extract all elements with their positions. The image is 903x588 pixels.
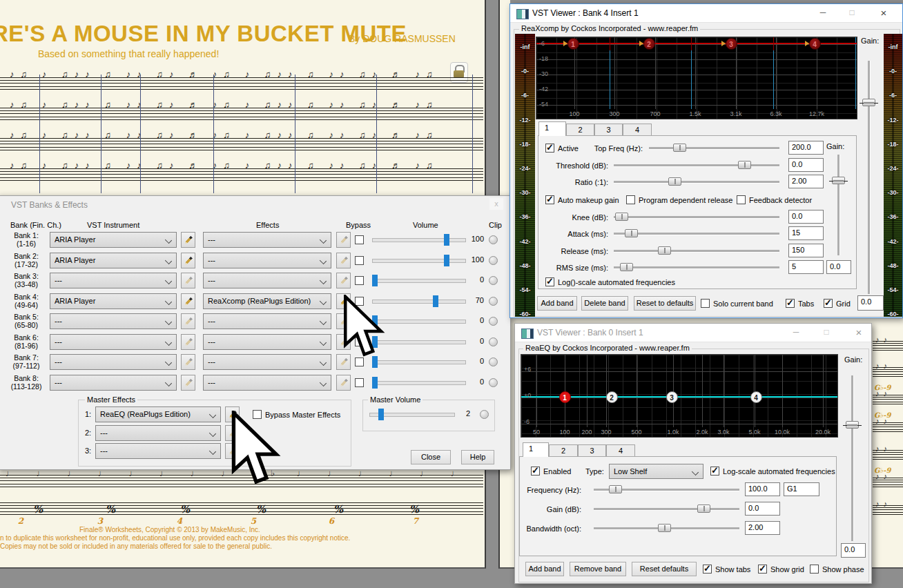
slider-thumb[interactable] [615, 213, 628, 221]
gain-slider[interactable] [594, 508, 739, 511]
edit-instrument-button[interactable] [181, 354, 195, 370]
tab-band-3[interactable]: 3 [594, 124, 623, 136]
remove-band-button[interactable]: Remove band [570, 562, 626, 576]
band-handle-3[interactable]: 3 [726, 38, 737, 50]
bypass-checkbox[interactable] [355, 276, 364, 285]
delete-band-button[interactable]: Delete band [581, 296, 628, 311]
wet-gain-value[interactable]: 0.0 [857, 295, 884, 311]
threshold-value[interactable]: 0.0 [788, 158, 824, 172]
eq-graph[interactable]: 1 2 3 4 +6+0-6 501002003005001.0k2.0k3.0… [521, 354, 838, 438]
gain-value[interactable]: 0.0 [745, 502, 780, 516]
slider-thumb[interactable] [738, 161, 751, 169]
band-handle-1[interactable]: 1 [559, 391, 571, 403]
rms-size-value[interactable]: 5 [788, 260, 824, 274]
band-handle-2[interactable]: 2 [606, 391, 618, 403]
tab-band-2[interactable]: 2 [566, 124, 594, 136]
show-grid-checkbox[interactable] [758, 565, 767, 574]
frequency-slider[interactable] [594, 489, 739, 491]
master-effect-select-1[interactable]: ReaEQ (ReaPlugs Edition) [95, 406, 221, 422]
attack-slider[interactable] [614, 233, 779, 235]
edit-instrument-button[interactable] [181, 313, 195, 329]
titlebar[interactable]: VST Viewer : Bank 4 Insert 1 ─ □ × [510, 4, 902, 23]
instrument-select[interactable]: ARIA Player [50, 293, 177, 309]
log-scale-checkbox[interactable] [710, 467, 719, 476]
auto-makeup-checkbox[interactable] [545, 195, 554, 204]
effect-select[interactable]: --- [203, 313, 331, 329]
wet-gain-value[interactable]: 0.0 [841, 543, 866, 558]
slider-thumb[interactable] [658, 524, 671, 532]
band-handle-4[interactable]: 4 [750, 391, 762, 403]
band-gain-slider[interactable] [837, 155, 840, 255]
instrument-select[interactable]: ARIA Player [50, 232, 177, 248]
instrument-select[interactable]: --- [50, 313, 177, 329]
tab-band-3[interactable]: 3 [578, 444, 606, 457]
release-value[interactable]: 150 [788, 244, 824, 257]
band-handle-4[interactable]: 4 [809, 38, 821, 50]
show-tabs-checkbox[interactable] [703, 565, 712, 574]
edit-instrument-button[interactable] [181, 334, 195, 350]
tab-band-1[interactable]: 1 [523, 442, 549, 457]
show-phase-checkbox[interactable] [810, 565, 819, 574]
wet-gain-thumb[interactable] [862, 99, 875, 106]
edit-effect-button[interactable] [336, 375, 351, 391]
edit-instrument-button[interactable] [181, 375, 195, 391]
reset-defaults-button[interactable]: Reset defaults [632, 562, 697, 576]
band-gain-value[interactable]: 0.0 [826, 260, 851, 274]
minimize-button[interactable]: ─ [786, 325, 806, 340]
bypass-checkbox[interactable] [355, 256, 364, 265]
tab-band-4[interactable]: 4 [606, 444, 635, 457]
rms-size-slider[interactable] [614, 266, 779, 269]
add-band-button[interactable]: Add band [537, 296, 577, 311]
volume-slider-thumb[interactable] [372, 377, 378, 389]
log-scale-checkbox[interactable] [545, 277, 554, 286]
enabled-checkbox[interactable] [531, 467, 540, 476]
knee-slider[interactable] [614, 216, 779, 219]
tab-band-2[interactable]: 2 [549, 444, 578, 457]
help-button[interactable]: Help [461, 450, 494, 464]
bandwidth-value[interactable]: 2.00 [745, 521, 780, 535]
volume-slider-thumb[interactable] [372, 275, 378, 286]
edit-instrument-button[interactable] [181, 273, 195, 288]
instrument-select[interactable]: --- [50, 375, 177, 391]
close-icon[interactable]: x [489, 198, 503, 210]
slider-thumb[interactable] [668, 177, 681, 186]
master-effect-select-2[interactable]: --- [95, 425, 221, 441]
volume-slider-thumb[interactable] [444, 234, 449, 246]
slider-thumb[interactable] [673, 144, 686, 152]
effect-select[interactable]: --- [203, 273, 331, 288]
master-volume-slider[interactable] [369, 413, 455, 417]
slider-thumb[interactable] [625, 229, 638, 237]
instrument-select[interactable]: ARIA Player [50, 253, 177, 268]
edit-effect-button[interactable] [336, 232, 351, 248]
frequency-note-value[interactable]: G1 [784, 482, 819, 496]
grid-checkbox[interactable] [824, 299, 833, 308]
edit-effect-button[interactable] [336, 273, 351, 288]
maximize-button[interactable]: □ [842, 6, 862, 20]
effect-select[interactable]: --- [203, 354, 331, 370]
top-freq-slider[interactable] [649, 147, 779, 150]
attack-value[interactable]: 15 [788, 226, 824, 240]
close-button[interactable]: Close [411, 450, 451, 464]
threshold-slider[interactable] [614, 164, 779, 167]
top-freq-value[interactable]: 200.0 [788, 141, 824, 155]
volume-slider-thumb[interactable] [433, 295, 438, 307]
maximize-button[interactable]: □ [816, 325, 837, 340]
close-icon[interactable]: × [872, 6, 895, 20]
slider-thumb[interactable] [697, 504, 710, 513]
titlebar[interactable]: VST Viewer : Bank 0 Insert 1 ─ □ × [515, 324, 871, 342]
slider-thumb[interactable] [620, 263, 633, 271]
wet-gain-slider[interactable] [851, 375, 854, 541]
tab-band-1[interactable]: 1 [538, 121, 566, 136]
effect-select[interactable]: --- [203, 232, 331, 248]
bypass-checkbox[interactable] [355, 378, 364, 387]
tab-band-4[interactable]: 4 [623, 124, 652, 136]
master-volume-slider-thumb[interactable] [378, 409, 384, 420]
edit-instrument-button[interactable] [181, 232, 195, 248]
master-effect-select-3[interactable]: --- [95, 443, 221, 459]
wet-gain-thumb[interactable] [846, 421, 859, 429]
release-slider[interactable] [614, 250, 779, 253]
effect-select[interactable]: --- [203, 375, 331, 391]
effect-select[interactable]: --- [203, 334, 331, 350]
ratio-slider[interactable] [614, 181, 779, 184]
minimize-button[interactable]: ─ [813, 6, 833, 20]
